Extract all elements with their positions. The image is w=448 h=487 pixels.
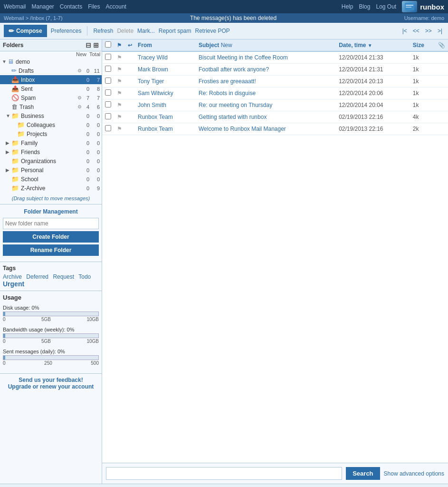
- nav-help[interactable]: Help: [342, 3, 353, 10]
- folder-gear-spam[interactable]: ⚙: [77, 95, 82, 100]
- subject-3[interactable]: Re: Robots in disguise: [199, 90, 256, 97]
- folder-counts-sent: 0 8: [82, 86, 100, 92]
- drafts-total: 11: [92, 68, 100, 74]
- row-flag-icon-3[interactable]: ⚑: [117, 90, 122, 97]
- sender-0[interactable]: Tracey Wild: [138, 54, 168, 61]
- mark-button[interactable]: Mark...: [137, 28, 155, 34]
- folder-item-demo[interactable]: ▼ 🖥 demo: [0, 57, 102, 66]
- select-all-checkbox[interactable]: [105, 41, 111, 48]
- sender-1[interactable]: Mark Brown: [138, 66, 168, 73]
- prev-page-button[interactable]: <<: [411, 27, 421, 35]
- search-input[interactable]: [106, 467, 342, 480]
- sender-6[interactable]: Runbox Team: [138, 126, 173, 132]
- size-6: 2k: [410, 123, 435, 135]
- tag-request[interactable]: Request: [53, 273, 74, 280]
- folders-header-icons: ⊟ ⊞: [86, 41, 99, 49]
- th-from[interactable]: From: [135, 39, 196, 51]
- row-flag-icon-6[interactable]: ⚑: [117, 126, 122, 132]
- nav-logout[interactable]: Log Out: [376, 3, 396, 10]
- tag-archive[interactable]: Archive: [3, 273, 22, 280]
- next-page-button[interactable]: >>: [423, 27, 434, 35]
- row-checkbox-2[interactable]: [105, 78, 111, 84]
- folder-item-spam[interactable]: 🚫 Spam ⚙ 7 7: [0, 93, 102, 102]
- row-flag-icon-1[interactable]: ⚑: [117, 66, 122, 73]
- row-flag-icon-0[interactable]: ⚑: [117, 54, 122, 61]
- row-checkbox-1[interactable]: [105, 66, 111, 72]
- folder-item-inbox[interactable]: 📥 Inbox 0 7: [0, 75, 102, 84]
- folder-item-family[interactable]: ▶ 📁 Family 0 0: [0, 138, 102, 147]
- create-folder-button[interactable]: Create Folder: [3, 231, 99, 243]
- feedback-link[interactable]: Send us your feedback!: [19, 377, 83, 383]
- folder-item-friends[interactable]: ▶ 📁 Friends 0 0: [0, 147, 102, 156]
- folder-gear-trash[interactable]: ⚙: [77, 104, 82, 109]
- folder-item-projects[interactable]: 📁 Projects 0 0: [0, 129, 102, 138]
- subject-5[interactable]: Getting started with runbox: [199, 114, 267, 120]
- folder-gear-drafts[interactable]: ⚙: [77, 68, 82, 73]
- report-spam-button[interactable]: Report spam: [159, 28, 191, 34]
- nav-manager[interactable]: Manager: [31, 3, 54, 10]
- row-flag-icon-4[interactable]: ⚑: [117, 102, 122, 108]
- th-date[interactable]: Date, time ▼: [336, 39, 410, 51]
- nav-account[interactable]: Account: [106, 3, 126, 10]
- upgrade-link[interactable]: Upgrade or renew your account: [8, 383, 94, 390]
- sender-2[interactable]: Tony Tiger: [138, 78, 164, 85]
- th-checkbox[interactable]: [102, 39, 114, 51]
- subject-1[interactable]: Football after work anyone?: [199, 66, 269, 73]
- new-folder-name-input[interactable]: [3, 218, 99, 229]
- folder-item-drafts[interactable]: ✏ Drafts ⚙ 0 11: [0, 66, 102, 75]
- expand-icon-business: ▼: [6, 113, 10, 118]
- expand-folders-icon[interactable]: ⊞: [93, 41, 99, 49]
- folder-name-inbox: Inbox: [21, 77, 82, 83]
- delete-button[interactable]: Delete: [117, 28, 133, 34]
- folder-item-z-archive[interactable]: 📁 Z-Archive 0 9: [0, 184, 102, 193]
- compose-button[interactable]: ✏ Compose: [4, 25, 47, 37]
- sort-arrow-icon: ▼: [368, 43, 372, 48]
- folder-item-business[interactable]: ▼ 📁 Business 0 0: [0, 111, 102, 120]
- rename-folder-button[interactable]: Rename Folder: [3, 244, 99, 256]
- row-checkbox-0[interactable]: [105, 54, 111, 60]
- folder-item-colleagues[interactable]: 📁 Colleagues 0 0: [0, 120, 102, 129]
- advanced-search-link[interactable]: Show advanced options: [384, 470, 444, 477]
- retrieve-pop-button[interactable]: Retrieve POP: [195, 28, 229, 34]
- spam-new: 7: [82, 95, 89, 101]
- row-checkbox-3[interactable]: [105, 89, 111, 96]
- sender-3[interactable]: Sam Witwicky: [138, 90, 173, 97]
- first-page-button[interactable]: |<: [400, 27, 409, 35]
- folder-icon-school: 📁: [11, 175, 19, 183]
- nav-blog[interactable]: Blog: [359, 3, 370, 10]
- row-checkbox-4[interactable]: [105, 101, 111, 107]
- th-size[interactable]: Size: [410, 39, 435, 51]
- tag-todo[interactable]: Todo: [78, 273, 91, 280]
- folder-item-school[interactable]: 📁 School 0 0: [0, 175, 102, 184]
- subject-4[interactable]: Re: our meeting on Thursday: [199, 102, 272, 108]
- th-subject[interactable]: Subject New: [196, 39, 336, 51]
- sent-usage-item: Sent messages (daily): 0% 0 250 500: [3, 349, 99, 366]
- folder-item-trash[interactable]: 🗑 Trash ⚙ 4 6: [0, 102, 102, 111]
- preferences-link[interactable]: Preferences: [51, 28, 82, 34]
- nav-files[interactable]: Files: [88, 3, 100, 10]
- folder-icon-inbox: 📥: [11, 76, 19, 83]
- subject-0[interactable]: Biscuit Meeting in the Coffee Room: [199, 54, 288, 61]
- folder-item-personal[interactable]: ▶ 📁 Personal 0 0: [0, 166, 102, 175]
- collapse-folders-icon[interactable]: ⊟: [86, 41, 91, 49]
- last-page-button[interactable]: >|: [436, 27, 444, 35]
- tag-deferred[interactable]: Deferred: [26, 273, 48, 280]
- folder-item-sent[interactable]: 📤 Sent 0 8: [0, 84, 102, 93]
- subject-2[interactable]: Frosties are greeaaatt!: [199, 78, 256, 85]
- folder-name-trash: Trash: [19, 104, 76, 110]
- row-checkbox-6[interactable]: [105, 125, 111, 131]
- refresh-button[interactable]: Refresh: [93, 28, 113, 34]
- row-checkbox-5[interactable]: [105, 113, 111, 119]
- row-flag-icon-2[interactable]: ⚑: [117, 78, 122, 85]
- row-flag-icon-5[interactable]: ⚑: [117, 114, 122, 120]
- subject-6[interactable]: Welcome to Runbox Mail Manager: [199, 126, 286, 132]
- sender-5[interactable]: Runbox Team: [138, 114, 173, 120]
- sender-4[interactable]: John Smith: [138, 102, 166, 108]
- table-row: ⚑ John Smith Re: our meeting on Thursday…: [102, 99, 448, 111]
- search-button[interactable]: Search: [346, 467, 380, 480]
- tag-urgent[interactable]: Urgent: [3, 280, 24, 288]
- nav-webmail[interactable]: Webmail: [4, 3, 26, 10]
- folder-item-organizations[interactable]: 📁 Organizations 0 0: [0, 156, 102, 166]
- nav-contacts[interactable]: Contacts: [60, 3, 82, 10]
- folder-name-friends: Friends: [21, 149, 82, 156]
